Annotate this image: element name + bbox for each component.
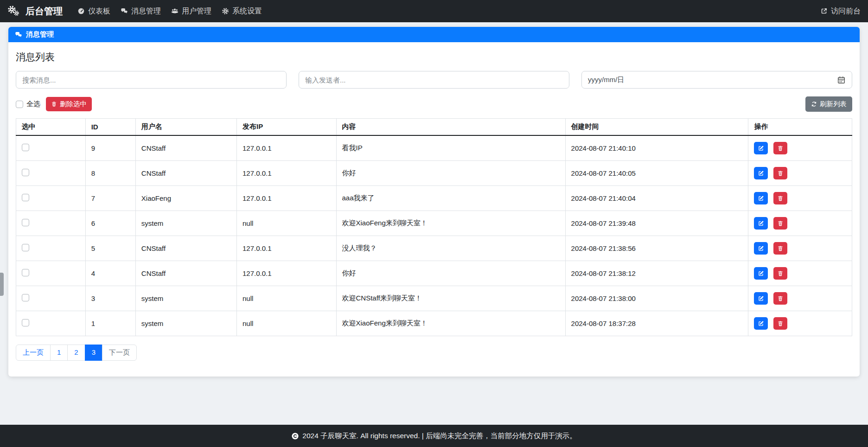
cell-username: system: [135, 286, 236, 311]
cell-id: 6: [85, 211, 135, 236]
row-checkbox[interactable]: [22, 144, 29, 151]
pagination-prev[interactable]: 上一页: [16, 345, 51, 361]
page-title: 消息列表: [16, 51, 852, 64]
external-link-icon: [820, 7, 828, 15]
cell-created: 2024-08-07 21:40:05: [565, 161, 748, 186]
nav-item-settings[interactable]: 系统设置: [222, 6, 262, 16]
calendar-icon[interactable]: [837, 76, 846, 84]
visit-frontend-link[interactable]: 访问前台: [820, 6, 861, 16]
cell-username: system: [135, 311, 236, 336]
cell-id: 5: [85, 236, 135, 261]
nav-item-users[interactable]: 用户管理: [171, 6, 211, 16]
edit-button[interactable]: [754, 167, 768, 179]
search-message-input[interactable]: [16, 71, 287, 89]
delete-selected-label: 删除选中: [60, 100, 87, 109]
delete-button[interactable]: [773, 167, 787, 179]
edit-button[interactable]: [754, 317, 768, 330]
cell-username: CNStaff: [135, 261, 236, 286]
col-username: 用户名: [135, 119, 236, 136]
edit-button[interactable]: [754, 242, 768, 255]
row-checkbox[interactable]: [22, 294, 29, 301]
users-icon: [171, 7, 179, 15]
edit-icon: [758, 195, 764, 202]
cell-content: 你好: [336, 161, 565, 186]
delete-button[interactable]: [773, 192, 787, 204]
row-checkbox[interactable]: [22, 269, 29, 276]
delete-button[interactable]: [773, 142, 787, 154]
table-row: 7 XiaoFeng 127.0.0.1 aaa我来了 2024-08-07 2…: [16, 186, 852, 211]
delete-button[interactable]: [773, 267, 787, 280]
nav-item-messages[interactable]: 消息管理: [121, 6, 161, 16]
row-checkbox[interactable]: [22, 244, 29, 251]
table-row: 3 system null 欢迎CNStaff来到聊天室！ 2024-08-07…: [16, 286, 852, 311]
refresh-list-button[interactable]: 刷新列表: [805, 96, 852, 112]
cell-ip: null: [236, 286, 336, 311]
brand-label: 后台管理: [26, 5, 63, 18]
cell-created: 2024-08-07 21:38:00: [565, 286, 748, 311]
trash-icon: [777, 270, 784, 277]
delete-button[interactable]: [773, 242, 787, 255]
delete-button[interactable]: [773, 292, 787, 305]
edit-button[interactable]: [754, 217, 768, 230]
pagination-page-2[interactable]: 2: [67, 345, 85, 361]
edit-button[interactable]: [754, 142, 768, 154]
table-row: 5 CNStaff 127.0.0.1 没人理我？ 2024-08-07 21:…: [16, 236, 852, 261]
cell-content: 欢迎XiaoFeng来到聊天室！: [336, 211, 565, 236]
col-created: 创建时间: [565, 119, 748, 136]
nav-item-label: 用户管理: [182, 6, 211, 16]
cell-content: 欢迎CNStaff来到聊天室！: [336, 286, 565, 311]
nav-item-label: 仪表板: [88, 6, 110, 16]
cell-ip: null: [236, 311, 336, 336]
scrollbar-thumb[interactable]: [0, 273, 4, 296]
edit-button[interactable]: [754, 192, 768, 204]
refresh-list-label: 刷新列表: [820, 100, 847, 109]
table-row: 4 CNStaff 127.0.0.1 你好 2024-08-07 21:38:…: [16, 261, 852, 286]
nav-links: 仪表板 消息管理 用户管理 系统设置: [77, 6, 262, 16]
edit-icon: [758, 270, 764, 277]
edit-button[interactable]: [754, 267, 768, 280]
trash-icon: [777, 320, 784, 327]
tachometer-icon: [77, 7, 85, 15]
edit-icon: [758, 145, 764, 152]
brand[interactable]: 后台管理: [7, 5, 63, 18]
cell-created: 2024-08-07 21:38:12: [565, 261, 748, 286]
cell-ip: 127.0.0.1: [236, 236, 336, 261]
comments-icon: [15, 31, 22, 38]
refresh-icon: [811, 101, 817, 107]
cell-ip: 127.0.0.1: [236, 261, 336, 286]
cell-id: 3: [85, 286, 135, 311]
table-row: 6 system null 欢迎XiaoFeng来到聊天室！ 2024-08-0…: [16, 211, 852, 236]
trash-icon: [777, 245, 784, 252]
delete-button[interactable]: [773, 317, 787, 330]
col-actions: 操作: [748, 119, 852, 136]
select-all[interactable]: 全选: [16, 100, 40, 109]
pagination-next[interactable]: 下一页: [102, 345, 137, 361]
cell-username: XiaoFeng: [135, 186, 236, 211]
col-selected: 选中: [16, 119, 86, 136]
edit-icon: [758, 295, 764, 302]
cell-id: 1: [85, 311, 135, 336]
sender-input[interactable]: [299, 71, 569, 89]
delete-button[interactable]: [773, 217, 787, 230]
cell-created: 2024-08-07 21:38:56: [565, 236, 748, 261]
pagination-page-3[interactable]: 3: [85, 345, 102, 361]
card-header-title: 消息管理: [26, 30, 54, 39]
row-checkbox[interactable]: [22, 219, 29, 226]
row-checkbox[interactable]: [22, 169, 29, 176]
edit-button[interactable]: [754, 292, 768, 305]
filter-bar: yyyy/mm/日: [16, 71, 852, 89]
date-input[interactable]: yyyy/mm/日: [581, 71, 852, 89]
nav-item-dashboard[interactable]: 仪表板: [77, 6, 110, 16]
table-row: 8 CNStaff 127.0.0.1 你好 2024-08-07 21:40:…: [16, 161, 852, 186]
table-row: 9 CNStaff 127.0.0.1 看我IP 2024-08-07 21:4…: [16, 135, 852, 161]
trash-icon: [777, 170, 784, 177]
cell-id: 9: [85, 135, 135, 161]
cell-created: 2024-08-07 21:39:48: [565, 211, 748, 236]
select-all-checkbox[interactable]: [16, 101, 23, 108]
pagination-page-1[interactable]: 1: [50, 345, 68, 361]
gears-icon: [7, 5, 21, 17]
footer: 2024 子辰聊天室. All rights reserved. | 后端尚未完…: [0, 425, 868, 447]
row-checkbox[interactable]: [22, 194, 29, 201]
row-checkbox[interactable]: [22, 319, 29, 326]
delete-selected-button[interactable]: 删除选中: [46, 97, 92, 111]
